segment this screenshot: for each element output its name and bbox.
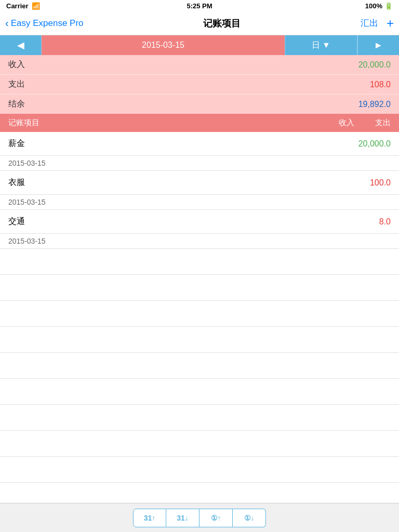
table-col3-header: 支出 xyxy=(375,118,391,128)
empty-row xyxy=(0,327,399,353)
empty-row xyxy=(0,431,399,457)
sort-1-asc-icon: ①↑ xyxy=(211,514,221,522)
wifi-icon: 📶 xyxy=(32,2,40,10)
sort-31-asc-icon: 31↑ xyxy=(144,514,156,522)
status-right: 100% 🔋 xyxy=(365,2,393,10)
table-col2-header: 收入 xyxy=(339,118,354,128)
date-nav-bar: ◀ 2015-03-15 日 ▼ ► xyxy=(0,35,399,55)
status-bar: Carrier 📶 5:25 PM 100% 🔋 xyxy=(0,0,399,11)
main-content: ◀ 2015-03-15 日 ▼ ► 收入 20,000.0 支出 108.0 … xyxy=(0,35,399,532)
empty-row xyxy=(0,457,399,483)
prev-date-button[interactable]: ◀ xyxy=(0,35,42,55)
summary-section: 收入 20,000.0 支出 108.0 结余 19,892.0 xyxy=(0,55,399,114)
status-left: Carrier 📶 xyxy=(6,2,40,10)
table-col1-header: 记账项目 xyxy=(8,118,39,128)
empty-row xyxy=(0,275,399,301)
chevron-left-icon: ‹ xyxy=(5,17,9,29)
filter-label: 日 xyxy=(312,40,320,51)
back-button[interactable]: ‹ Easy Expense Pro xyxy=(5,17,84,29)
sort-1-desc-button[interactable]: ①↓ xyxy=(233,509,266,527)
item-name: 衣服 xyxy=(8,177,25,188)
table-header: 记账项目 收入 支出 xyxy=(0,114,399,132)
item-name: 交通 xyxy=(8,216,25,227)
date-label: 2015-03-15 xyxy=(8,159,46,167)
expense-label: 支出 xyxy=(8,79,25,90)
current-date-label: 2015-03-15 xyxy=(42,35,285,55)
empty-row xyxy=(0,353,399,379)
balance-label: 结余 xyxy=(8,99,25,110)
expense-summary-row: 支出 108.0 xyxy=(0,75,399,95)
table-header-right: 收入 支出 xyxy=(339,118,391,128)
income-summary-row: 收入 20,000.0 xyxy=(0,55,399,75)
list-item[interactable]: 衣服 100.0 xyxy=(0,171,399,195)
add-button[interactable]: + xyxy=(387,17,394,30)
nav-actions: 汇出 + xyxy=(361,17,394,30)
transaction-list: 薪金 20,000.0 2015-03-15 衣服 100.0 2015-03-… xyxy=(0,132,399,532)
empty-row xyxy=(0,405,399,431)
item-name: 薪金 xyxy=(8,138,25,149)
next-arrow-icon: ► xyxy=(374,40,383,51)
item-expense-value: 8.0 xyxy=(379,217,391,227)
back-label: Easy Expense Pro xyxy=(11,18,84,29)
battery-label: 100% xyxy=(365,2,382,10)
filter-arrow-icon: ▼ xyxy=(322,41,330,50)
sort-31-asc-button[interactable]: 31↑ xyxy=(133,509,166,527)
bottom-toolbar: 31↑ 31↓ ①↑ ①↓ xyxy=(0,503,399,532)
battery-icon: 🔋 xyxy=(384,2,393,10)
sort-31-desc-button[interactable]: 31↓ xyxy=(166,509,200,527)
page-title: 记账项目 xyxy=(203,17,241,30)
sort-31-desc-icon: 31↓ xyxy=(177,514,189,522)
item-income-value: 20,000.0 xyxy=(358,139,391,149)
export-button[interactable]: 汇出 xyxy=(361,17,378,29)
empty-row xyxy=(0,379,399,405)
prev-arrow-icon: ◀ xyxy=(17,39,24,51)
date-row: 2015-03-15 xyxy=(0,195,399,210)
date-row: 2015-03-15 xyxy=(0,156,399,171)
list-item[interactable]: 薪金 20,000.0 xyxy=(0,132,399,156)
date-label: 2015-03-15 xyxy=(8,237,46,245)
empty-row xyxy=(0,301,399,327)
date-row: 2015-03-15 xyxy=(0,234,399,249)
income-value: 20,000.0 xyxy=(358,60,391,70)
carrier-label: Carrier xyxy=(6,2,29,10)
next-date-button[interactable]: ► xyxy=(357,35,399,55)
filter-button[interactable]: 日 ▼ xyxy=(285,35,357,55)
item-expense-value: 100.0 xyxy=(370,178,391,188)
income-label: 收入 xyxy=(8,59,25,70)
sort-1-asc-button[interactable]: ①↑ xyxy=(200,509,233,527)
sort-1-desc-icon: ①↓ xyxy=(244,514,255,522)
nav-bar: ‹ Easy Expense Pro 记账项目 汇出 + xyxy=(0,11,399,35)
status-time: 5:25 PM xyxy=(187,2,212,10)
balance-summary-row: 结余 19,892.0 xyxy=(0,95,399,114)
date-label: 2015-03-15 xyxy=(8,198,46,206)
expense-value: 108.0 xyxy=(370,80,391,89)
list-item[interactable]: 交通 8.0 xyxy=(0,210,399,234)
empty-row xyxy=(0,249,399,275)
balance-value: 19,892.0 xyxy=(358,100,391,109)
